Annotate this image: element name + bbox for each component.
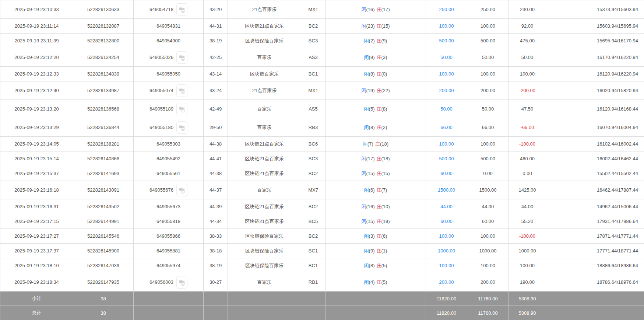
cell-shoe-round: 44-34 (204, 214, 228, 229)
banker-label: 庄 (377, 125, 381, 130)
bet-amount-link[interactable]: 60.00 (440, 171, 453, 176)
cell-valid-amount: 500.00 (467, 151, 509, 166)
cell-valid-amount: 50.00 (467, 48, 509, 67)
total-label: 总计 (0, 306, 73, 320)
bet-amount-link[interactable]: 200.00 (439, 88, 454, 93)
subtotal-row: 小计3811820.0011760.005308.90 (0, 292, 644, 306)
banker-count: (3) (381, 55, 387, 60)
bet-amount-link[interactable]: 50.00 (440, 106, 453, 112)
player-label: 闲 (361, 219, 366, 224)
cell-valid-amount: 250.00 (467, 0, 509, 19)
bet-amount-link[interactable]: 100.00 (439, 71, 454, 77)
banker-label: 庄 (377, 156, 381, 161)
cell-shoe-round: 42-49 (204, 100, 228, 118)
bet-amount-link[interactable]: 100.00 (439, 233, 454, 239)
cell-win-loss: 230.00 (509, 0, 546, 19)
cell-balance: 17871.44/17771.44 (546, 229, 644, 244)
round-number-wrap: 649055059 (156, 71, 180, 77)
video-replay-icon[interactable] (176, 121, 187, 134)
video-replay-icon[interactable] (176, 184, 187, 196)
player-label: 闲 (364, 71, 369, 77)
cell-round-number: 649055974 (134, 258, 204, 273)
video-replay-icon[interactable] (176, 103, 187, 115)
round-number-text: 649054831 (156, 23, 180, 29)
cell-game-name: 21点百家乐 (228, 0, 301, 19)
table-row: 2025-09-19 23:17:27522826145546649055866… (0, 229, 644, 244)
cell-win-loss: -100.00 (509, 229, 546, 244)
cell-bet-amount: 50.00 (426, 48, 467, 67)
cell-table-code: BC2 (301, 166, 325, 181)
cell-shoe-round: 43-14 (204, 67, 228, 81)
cell-bet-amount: 100.00 (426, 258, 467, 273)
cell-bet-amount: 60.00 (426, 214, 467, 229)
bet-amount-link[interactable]: 100.00 (439, 23, 454, 29)
cell-table-code: RB3 (301, 118, 325, 137)
cell-order-number: 522826132087 (73, 19, 134, 34)
cell-shoe-round: 43-20 (204, 0, 228, 19)
cell-round-number: 649055180 (134, 118, 204, 137)
banker-count: (5) (381, 279, 387, 285)
player-count: (7) (367, 141, 373, 147)
player-label: 闲 (361, 156, 366, 161)
cell-shoe-round: 38-19 (204, 258, 228, 273)
cell-bet-time: 2025-09-19 23:18:34 (0, 273, 73, 292)
bet-amount-link[interactable]: 100.00 (439, 141, 454, 147)
cell-bet-amount: 100.00 (426, 67, 467, 81)
cell-bet-amount: 1000.00 (426, 244, 467, 258)
cell-balance: 16120.94/16168.44 (546, 100, 644, 118)
bet-amount-link[interactable]: 250.00 (439, 7, 454, 12)
round-number-text: 649055059 (156, 71, 180, 77)
grand-total-row: 总计3811820.0011760.005308.90 (0, 306, 644, 320)
cell-order-number: 522826143502 (73, 199, 134, 214)
bet-amount-link[interactable]: 50.00 (440, 55, 453, 60)
cell-round-number: 649055866 (134, 229, 204, 244)
cell-balance: 16070.94/16004.94 (546, 118, 644, 137)
bet-amount-link[interactable]: 1000.00 (438, 248, 455, 254)
total-empty-table (301, 306, 325, 320)
bet-amount-link[interactable]: 60.00 (440, 219, 453, 224)
total-bet-amount: 11820.00 (426, 292, 467, 306)
bet-amount-link[interactable]: 500.00 (439, 38, 454, 43)
video-replay-icon[interactable] (176, 276, 187, 289)
video-replay-icon[interactable] (176, 84, 187, 97)
cell-bet-amount: 1500.00 (426, 181, 467, 199)
cell-valid-amount: 66.00 (467, 118, 509, 137)
total-empty-table (301, 292, 325, 306)
table-row: 2025-09-19 23:15:14522826140868649055492… (0, 151, 644, 166)
cell-balance: 18786.64/18976.64 (546, 273, 644, 292)
cell-bet-time: 2025-09-19 23:10:33 (0, 0, 73, 19)
bet-amount-link[interactable]: 200.00 (439, 279, 454, 285)
total-win-loss: 5308.90 (509, 292, 546, 306)
round-number-text: 649055881 (156, 248, 180, 254)
cell-win-loss: 475.00 (509, 34, 546, 48)
banker-label: 庄 (377, 279, 381, 285)
banker-label: 庄 (377, 263, 381, 268)
cell-order-number: 522826145546 (73, 229, 134, 244)
cell-game-result: 闲(8)庄(5) (325, 258, 426, 273)
cell-balance: 18886.64/18986.64 (546, 258, 644, 273)
bet-amount-link[interactable]: 44.00 (440, 204, 453, 209)
banker-count: (18) (380, 141, 388, 147)
bet-amount-link[interactable]: 1500.00 (438, 187, 455, 193)
banker-label: 庄 (377, 71, 381, 77)
total-empty-game (228, 292, 301, 306)
cell-valid-amount: 0.00 (467, 166, 509, 181)
cell-valid-amount: 44.00 (467, 199, 509, 214)
video-replay-icon[interactable] (176, 51, 187, 64)
player-label: 闲 (361, 7, 366, 12)
cell-valid-amount: 60.00 (467, 214, 509, 229)
bet-amount-link[interactable]: 66.00 (440, 125, 453, 130)
cell-bet-time: 2025-09-19 23:12:33 (0, 67, 73, 81)
cell-shoe-round: 38-19 (204, 34, 228, 48)
cell-valid-amount: 50.00 (467, 100, 509, 118)
cell-balance: 16002.44/16462.44 (546, 151, 644, 166)
bet-amount-link[interactable]: 100.00 (439, 263, 454, 268)
video-replay-icon[interactable] (176, 3, 187, 16)
cell-round-number: 649055026 (134, 48, 204, 67)
bet-amount-link[interactable]: 500.00 (439, 156, 454, 161)
cell-bet-amount: 44.00 (426, 199, 467, 214)
cell-shoe-round: 38-18 (204, 244, 228, 258)
cell-bet-amount: 500.00 (426, 34, 467, 48)
round-number-text: 649055189 (149, 106, 173, 112)
cell-round-number: 649055074 (134, 81, 204, 100)
